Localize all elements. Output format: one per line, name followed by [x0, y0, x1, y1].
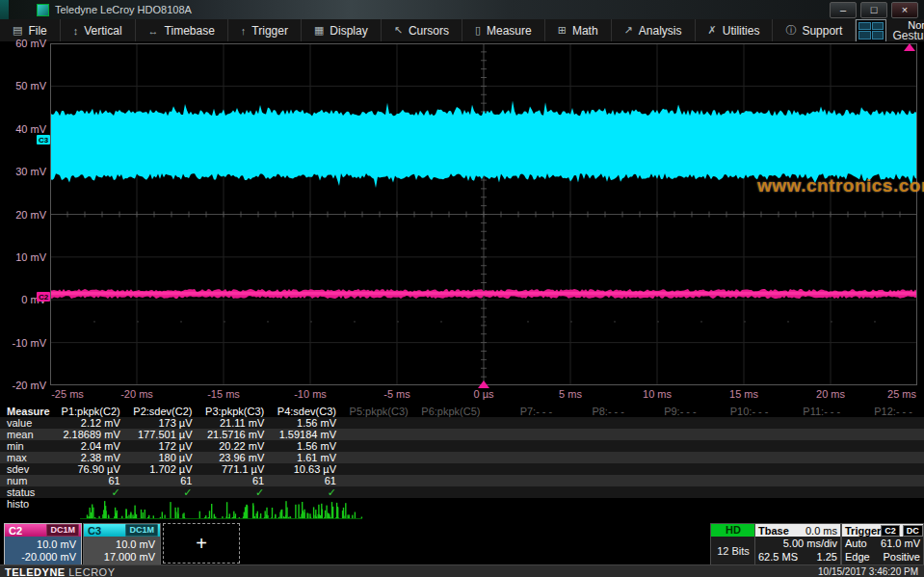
measure-column-header[interactable]: P3:pkpk(C3): [204, 406, 277, 417]
histogram-row: histo: [0, 498, 924, 521]
timebase-scale: 5.00 ms/div: [783, 537, 837, 550]
measure-column-header[interactable]: P6:pkpk(C5): [420, 406, 492, 417]
x-axis-label: 0 µs: [473, 388, 493, 400]
measure-value: 1.56 mV: [276, 417, 348, 429]
measure-value: 76.90 µV: [60, 463, 132, 475]
measure-row-sdev: sdev76.90 µV1.702 µV771.1 µV10.63 µV: [0, 463, 924, 475]
app-corner-swatch: [0, 0, 9, 19]
measure-column-header[interactable]: P2:sdev(C2): [132, 406, 204, 417]
status-bar: TELEDYNE LECROY 10/15/2017 3:46:20 PM: [0, 564, 924, 577]
measure-row-label: status: [0, 486, 60, 498]
check-icon: ✓: [255, 486, 264, 498]
gesture-button[interactable]: Gesture: [892, 31, 924, 41]
menu-item-support[interactable]: ⓘSupport: [773, 19, 856, 41]
channel-marker-c2[interactable]: C2: [37, 292, 50, 302]
app-icon: [37, 4, 49, 16]
measure-value: 2.04 mV: [60, 440, 132, 452]
measure-value: 61: [276, 475, 348, 486]
measure-column-header[interactable]: P4:sdev(C3): [276, 406, 348, 417]
measure-column-header[interactable]: P9:- - -: [636, 406, 708, 417]
hd-mode-box[interactable]: HD 12 Bits: [710, 523, 756, 565]
timebase-label: Tbase: [758, 525, 789, 537]
utilities-icon: ✗: [708, 24, 717, 37]
timebase-box[interactable]: Tbase 0.0 ms 5.00 ms/div 62.5 MS 1.25: [754, 523, 841, 565]
channel-marker-c3[interactable]: C3: [37, 135, 50, 144]
measure-value: 61: [132, 475, 204, 486]
add-channel-button[interactable]: +: [163, 523, 240, 564]
measure-row-value: value2.12 mV173 µV21.11 mV1.56 mV: [0, 417, 924, 429]
measure-value: 2.38 mV: [60, 452, 132, 463]
measure-row-num: num61616161: [0, 475, 924, 486]
menu-item-label: Cursors: [409, 24, 449, 38]
brand-logo: TELEDYNE LECROY: [0, 566, 116, 577]
measure-row-label: max: [0, 452, 60, 463]
menu-item-label: File: [28, 24, 46, 38]
trigger-time-marker[interactable]: [478, 380, 489, 388]
maximize-button[interactable]: □: [860, 2, 887, 18]
measure-column-header[interactable]: P5:pkpk(C3): [348, 406, 420, 417]
measure-value: 1.702 µV: [132, 463, 204, 475]
menu-item-cursors[interactable]: ↖Cursors: [382, 19, 462, 41]
measure-row-status: status✓✓✓✓: [0, 486, 924, 498]
histo-label: histo: [0, 498, 60, 510]
menu-item-timebase[interactable]: ↔Timebase: [136, 19, 228, 41]
menu-item-trigger[interactable]: ↑Trigger: [228, 19, 302, 41]
menu-item-measure[interactable]: ▯Measure: [462, 19, 545, 41]
measure-column-header[interactable]: P7:- - -: [492, 406, 565, 417]
close-button[interactable]: ×: [891, 2, 918, 18]
trigger-box[interactable]: Trigger C2 DC Auto 61.0 mV Edge Positive: [841, 523, 924, 565]
menu-item-label: Utilities: [723, 24, 760, 38]
title-bar: Teledyne LeCroy HDO8108A – □ ×: [0, 0, 924, 19]
menu-item-vertical[interactable]: ↕Vertical: [61, 19, 136, 41]
grid-layout-icon[interactable]: [856, 19, 886, 42]
y-axis-label: 20 mV: [2, 209, 46, 221]
status-check: ✓: [60, 486, 132, 498]
histogram-sparkline: [67, 498, 395, 520]
trigger-coupling-badge: DC: [903, 525, 923, 537]
y-axis-label: -20 mV: [2, 380, 46, 391]
menu-item-utilities[interactable]: ✗Utilities: [696, 19, 774, 41]
measure-column-header[interactable]: P8:- - -: [564, 406, 636, 417]
measure-title: Measure: [0, 406, 60, 417]
waveform-display[interactable]: 60 mV50 mV40 mV30 mV20 mV10 mV0 mV-10 mV…: [0, 41, 924, 405]
measure-row-mean: mean2.18689 mV177.501 µV21.5716 mV1.5918…: [0, 429, 924, 440]
menu-item-math[interactable]: ⊞Math: [545, 19, 612, 41]
channel-box-c2[interactable]: C2 DC1M 10.0 mV -20.000 mV: [4, 523, 82, 565]
channel-box-c3[interactable]: C3 DC1M 10.0 mV 17.000 mV: [83, 523, 161, 565]
menu-item-analysis[interactable]: ↗Analysis: [612, 19, 696, 41]
bits-label: 12 Bits: [711, 537, 755, 564]
trigger-label: Trigger: [845, 525, 881, 537]
channel-c3-label: C3: [84, 525, 125, 537]
measure-value: 180 µV: [132, 452, 204, 463]
menu-item-label: Math: [572, 24, 598, 38]
measure-header-row: MeasureP1:pkpk(C2)P2:sdev(C2)P3:pkpk(C3)…: [0, 405, 924, 417]
minimize-button[interactable]: –: [830, 2, 857, 18]
menu-bar: ▤File↕Vertical↔Timebase↑Trigger▦Display↖…: [0, 19, 924, 42]
channel-c2-coupling-badge: DC1M: [46, 524, 79, 537]
x-axis-label: 25 ms: [887, 388, 916, 400]
menu-item-display[interactable]: ▦Display: [302, 19, 382, 41]
trigger-mode: Auto: [845, 537, 867, 550]
hd-badge: HD: [711, 524, 755, 537]
measure-row-max: max2.38 mV180 µV23.96 mV1.61 mV: [0, 452, 924, 463]
measure-column-header[interactable]: P1:pkpk(C2): [60, 406, 132, 417]
menu-item-label: Analysis: [639, 24, 682, 38]
trigger-level-marker[interactable]: [904, 43, 915, 51]
menu-item-label: Trigger: [251, 24, 288, 38]
trigger-slope: Positive: [883, 550, 920, 564]
measure-column-header[interactable]: P10:- - -: [708, 406, 780, 417]
measure-column-header[interactable]: P12:- - -: [852, 406, 924, 417]
x-axis-label: 5 ms: [559, 388, 582, 400]
menu-item-label: Display: [330, 24, 367, 38]
measure-value: 177.501 µV: [132, 429, 204, 440]
x-axis-label: -10 ms: [294, 388, 327, 400]
y-axis-label: -10 mV: [2, 337, 46, 349]
check-icon: ✓: [112, 486, 120, 498]
measure-value: 61: [60, 475, 132, 486]
channel-c3-coupling-badge: DC1M: [125, 524, 158, 537]
measure-value: 1.61 mV: [276, 452, 348, 463]
trigger-source-badge: C2: [881, 525, 900, 537]
measure-value: 23.96 mV: [204, 452, 277, 463]
support-icon: ⓘ: [785, 23, 796, 38]
measure-column-header[interactable]: P11:- - -: [780, 406, 853, 417]
